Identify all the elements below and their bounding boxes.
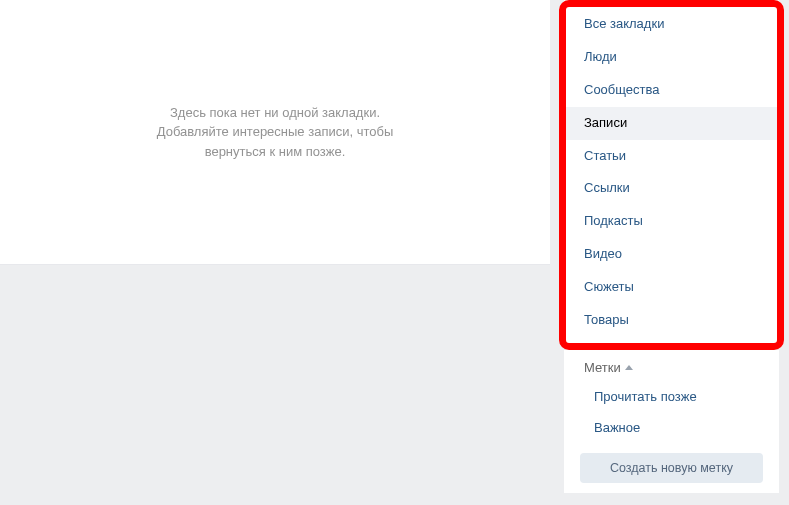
empty-line-3: вернуться к ним позже.	[157, 142, 394, 162]
tag-read-later[interactable]: Прочитать позже	[564, 381, 779, 412]
sidebar-item-podcasts[interactable]: Подкасты	[564, 205, 779, 238]
bookmark-categories: Все закладки Люди Сообщества Записи Стат…	[564, 0, 779, 345]
main-content: Здесь пока нет ни одной закладки. Добавл…	[0, 0, 550, 265]
empty-state-text: Здесь пока нет ни одной закладки. Добавл…	[157, 103, 394, 162]
tags-header-label: Метки	[584, 360, 621, 375]
sidebar-item-links[interactable]: Ссылки	[564, 172, 779, 205]
sidebar-item-communities[interactable]: Сообщества	[564, 74, 779, 107]
sidebar-item-all-bookmarks[interactable]: Все закладки	[564, 8, 779, 41]
empty-line-2: Добавляйте интересные записи, чтобы	[157, 122, 394, 142]
sidebar-item-posts[interactable]: Записи	[564, 107, 779, 140]
empty-line-1: Здесь пока нет ни одной закладки.	[157, 103, 394, 123]
sidebar-item-people[interactable]: Люди	[564, 41, 779, 74]
sidebar-item-goods[interactable]: Товары	[564, 304, 779, 337]
sidebar-item-stories[interactable]: Сюжеты	[564, 271, 779, 304]
tag-important[interactable]: Важное	[564, 412, 779, 443]
tags-section-header[interactable]: Метки	[564, 349, 779, 381]
sidebar-item-articles[interactable]: Статьи	[564, 140, 779, 173]
chevron-up-icon	[625, 365, 633, 370]
sidebar: Все закладки Люди Сообщества Записи Стат…	[564, 0, 779, 493]
sidebar-item-video[interactable]: Видео	[564, 238, 779, 271]
create-tag-button[interactable]: Создать новую метку	[580, 453, 763, 483]
